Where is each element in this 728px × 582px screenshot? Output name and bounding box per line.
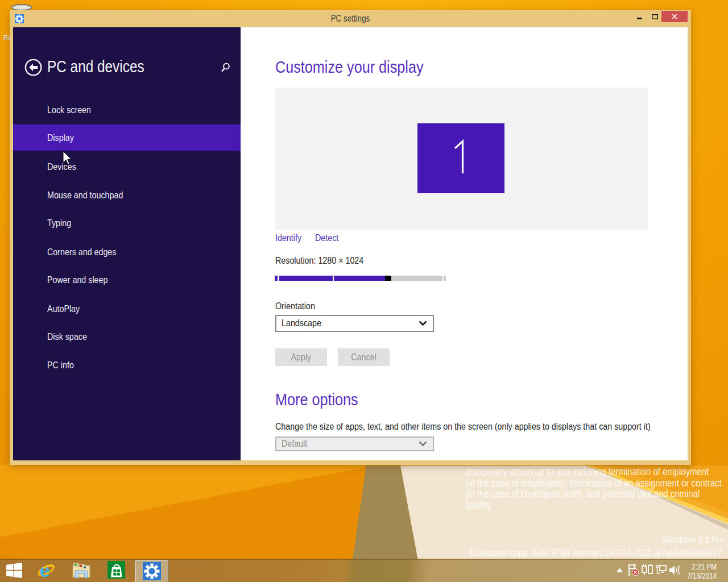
svg-text:e: e [40, 560, 50, 581]
